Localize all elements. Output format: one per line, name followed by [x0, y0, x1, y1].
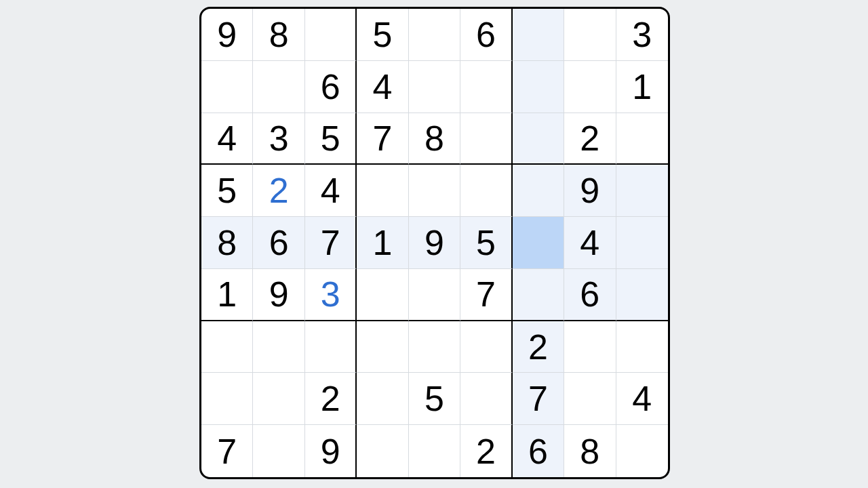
- cell-r4-c8[interactable]: [616, 217, 668, 269]
- cell-r3-c5[interactable]: [460, 165, 512, 217]
- cell-r3-c0[interactable]: 5: [201, 165, 253, 217]
- cell-r3-c1[interactable]: 2: [253, 165, 304, 217]
- cell-r4-c5[interactable]: 5: [460, 217, 512, 269]
- cell-r6-c2[interactable]: [305, 321, 357, 373]
- cell-r0-c1[interactable]: 8: [253, 9, 304, 61]
- cell-r3-c2[interactable]: 4: [305, 165, 357, 217]
- cell-r5-c7[interactable]: 6: [564, 269, 616, 321]
- cell-r2-c1[interactable]: 3: [253, 113, 304, 165]
- cell-r3-c3[interactable]: [357, 165, 408, 217]
- cell-r3-c7[interactable]: 9: [564, 165, 616, 217]
- cell-r2-c7[interactable]: 2: [564, 113, 616, 165]
- cell-r3-c4[interactable]: [409, 165, 460, 217]
- cell-r4-c6[interactable]: [513, 217, 564, 269]
- cell-r8-c3[interactable]: [357, 425, 408, 477]
- cell-r7-c1[interactable]: [253, 373, 304, 425]
- cell-r7-c8[interactable]: 4: [616, 373, 668, 425]
- cell-r1-c2[interactable]: 6: [305, 61, 357, 113]
- cell-r4-c0[interactable]: 8: [201, 217, 253, 269]
- cell-r6-c7[interactable]: [564, 321, 616, 373]
- cell-r8-c7[interactable]: 8: [564, 425, 616, 477]
- cell-r2-c5[interactable]: [460, 113, 512, 165]
- cell-r6-c8[interactable]: [616, 321, 668, 373]
- cell-r0-c7[interactable]: [564, 9, 616, 61]
- cell-r0-c0[interactable]: 9: [201, 9, 253, 61]
- cell-r6-c4[interactable]: [409, 321, 460, 373]
- cell-r2-c8[interactable]: [616, 113, 668, 165]
- cell-r1-c7[interactable]: [564, 61, 616, 113]
- cell-r1-c1[interactable]: [253, 61, 304, 113]
- cell-r8-c0[interactable]: 7: [201, 425, 253, 477]
- cell-r8-c1[interactable]: [253, 425, 304, 477]
- cell-r6-c0[interactable]: [201, 321, 253, 373]
- cell-r7-c2[interactable]: 2: [305, 373, 357, 425]
- cell-r6-c6[interactable]: 2: [513, 321, 564, 373]
- cell-r8-c2[interactable]: 9: [305, 425, 357, 477]
- cell-r7-c4[interactable]: 5: [409, 373, 460, 425]
- cell-r6-c3[interactable]: [357, 321, 408, 373]
- cell-r0-c6[interactable]: [513, 9, 564, 61]
- cell-r0-c5[interactable]: 6: [460, 9, 512, 61]
- cell-r0-c3[interactable]: 5: [357, 9, 408, 61]
- cell-r4-c7[interactable]: 4: [564, 217, 616, 269]
- cell-r2-c0[interactable]: 4: [201, 113, 253, 165]
- cell-r5-c1[interactable]: 9: [253, 269, 304, 321]
- cell-r1-c3[interactable]: 4: [357, 61, 408, 113]
- cell-r1-c0[interactable]: [201, 61, 253, 113]
- cell-r1-c4[interactable]: [409, 61, 460, 113]
- cell-r4-c2[interactable]: 7: [305, 217, 357, 269]
- cell-r3-c8[interactable]: [616, 165, 668, 217]
- cell-r4-c4[interactable]: 9: [409, 217, 460, 269]
- cell-r7-c7[interactable]: [564, 373, 616, 425]
- cell-r5-c2[interactable]: 3: [305, 269, 357, 321]
- cell-r4-c1[interactable]: 6: [253, 217, 304, 269]
- cell-r8-c8[interactable]: [616, 425, 668, 477]
- cell-r2-c3[interactable]: 7: [357, 113, 408, 165]
- cell-r1-c5[interactable]: [460, 61, 512, 113]
- cell-r7-c0[interactable]: [201, 373, 253, 425]
- cell-r0-c2[interactable]: [305, 9, 357, 61]
- cell-r2-c6[interactable]: [513, 113, 564, 165]
- cell-r0-c4[interactable]: [409, 9, 460, 61]
- cell-r8-c6[interactable]: 6: [513, 425, 564, 477]
- cell-r5-c3[interactable]: [357, 269, 408, 321]
- cell-r5-c0[interactable]: 1: [201, 269, 253, 321]
- cell-r5-c5[interactable]: 7: [460, 269, 512, 321]
- cell-r5-c8[interactable]: [616, 269, 668, 321]
- cell-r7-c6[interactable]: 7: [513, 373, 564, 425]
- cell-r6-c5[interactable]: [460, 321, 512, 373]
- cell-r3-c6[interactable]: [513, 165, 564, 217]
- cell-r1-c6[interactable]: [513, 61, 564, 113]
- cell-r4-c3[interactable]: 1: [357, 217, 408, 269]
- cell-r7-c5[interactable]: [460, 373, 512, 425]
- cell-r8-c4[interactable]: [409, 425, 460, 477]
- sudoku-board[interactable]: 9856364143578252498671954193762257479268: [199, 7, 670, 479]
- cell-r2-c2[interactable]: 5: [305, 113, 357, 165]
- cell-r6-c1[interactable]: [253, 321, 304, 373]
- cell-r5-c4[interactable]: [409, 269, 460, 321]
- cell-r1-c8[interactable]: 1: [616, 61, 668, 113]
- cell-r7-c3[interactable]: [357, 373, 408, 425]
- cell-r0-c8[interactable]: 3: [616, 9, 668, 61]
- cell-r5-c6[interactable]: [513, 269, 564, 321]
- cell-r8-c5[interactable]: 2: [460, 425, 512, 477]
- cell-r2-c4[interactable]: 8: [409, 113, 460, 165]
